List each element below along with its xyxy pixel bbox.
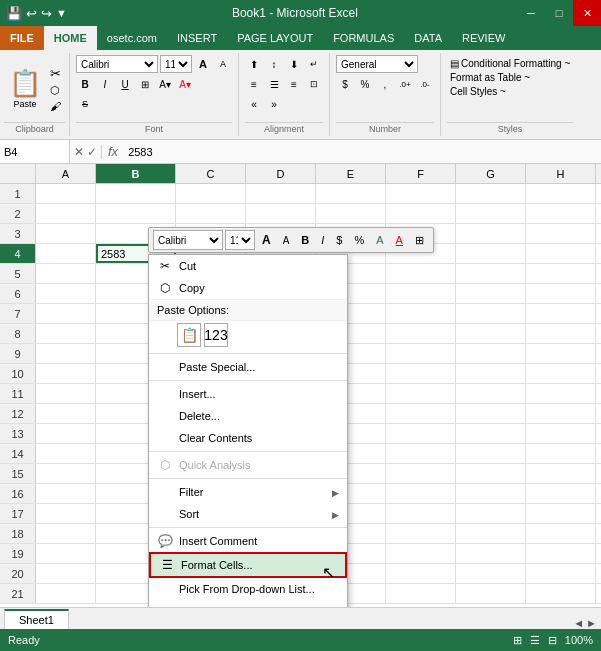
decrease-font-size[interactable]: A	[214, 55, 232, 73]
row-num-20[interactable]: 20	[0, 564, 36, 583]
font-size-select[interactable]: 11	[160, 55, 192, 73]
cell-f13[interactable]	[386, 424, 456, 443]
ctx-paste-special[interactable]: Paste Special...	[149, 356, 347, 378]
increase-decimal[interactable]: .0+	[396, 75, 414, 93]
row-num-4[interactable]: 4	[0, 244, 36, 263]
tab-file[interactable]: FILE	[0, 26, 44, 50]
undo-icon[interactable]: ↩	[26, 6, 37, 21]
cell-h12[interactable]	[526, 404, 596, 423]
col-header-f[interactable]: F	[386, 164, 456, 183]
fill-color-button[interactable]: A▾	[156, 75, 174, 93]
cell-a4[interactable]	[36, 244, 96, 263]
row-num-6[interactable]: 6	[0, 284, 36, 303]
cell-a7[interactable]	[36, 304, 96, 323]
align-center[interactable]: ☰	[265, 75, 283, 93]
underline-button[interactable]: U	[116, 75, 134, 93]
cell-h13[interactable]	[526, 424, 596, 443]
cell-f20[interactable]	[386, 564, 456, 583]
cell-d2[interactable]	[246, 204, 316, 223]
cell-styles-button[interactable]: Cell Styles ~	[447, 85, 573, 98]
ctx-clear-contents[interactable]: Clear Contents	[149, 427, 347, 449]
tab-data[interactable]: DATA	[404, 26, 452, 50]
view-page-layout-icon[interactable]: ☰	[530, 634, 540, 647]
cell-h16[interactable]	[526, 484, 596, 503]
col-header-d[interactable]: D	[246, 164, 316, 183]
row-num-2[interactable]: 2	[0, 204, 36, 223]
italic-button[interactable]: I	[96, 75, 114, 93]
tab-insert[interactable]: INSERT	[167, 26, 227, 50]
align-left[interactable]: ≡	[245, 75, 263, 93]
align-middle[interactable]: ↕	[265, 55, 283, 73]
cell-i11[interactable]	[596, 384, 601, 403]
mini-currency[interactable]: $	[331, 230, 347, 250]
cell-g14[interactable]	[456, 444, 526, 463]
cell-a17[interactable]	[36, 504, 96, 523]
cell-g5[interactable]	[456, 264, 526, 283]
cell-g7[interactable]	[456, 304, 526, 323]
cell-a14[interactable]	[36, 444, 96, 463]
ctx-copy[interactable]: ⬡ Copy	[149, 277, 347, 299]
cell-h3[interactable]	[526, 224, 596, 243]
row-num-21[interactable]: 21	[0, 584, 36, 603]
cell-i18[interactable]	[596, 524, 601, 543]
cell-g21[interactable]	[456, 584, 526, 603]
cell-c2[interactable]	[176, 204, 246, 223]
close-btn[interactable]: ✕	[573, 0, 601, 26]
border-button[interactable]: ⊞	[136, 75, 154, 93]
cell-a21[interactable]	[36, 584, 96, 603]
redo-icon[interactable]: ↪	[41, 6, 52, 21]
font-name-select[interactable]: Calibri	[76, 55, 158, 73]
cell-h10[interactable]	[526, 364, 596, 383]
cell-f17[interactable]	[386, 504, 456, 523]
cell-f19[interactable]	[386, 544, 456, 563]
cell-a20[interactable]	[36, 564, 96, 583]
minimize-btn[interactable]: ─	[517, 0, 545, 26]
align-bottom[interactable]: ⬇	[285, 55, 303, 73]
cell-i16[interactable]	[596, 484, 601, 503]
row-num-9[interactable]: 9	[0, 344, 36, 363]
cell-i10[interactable]	[596, 364, 601, 383]
cell-h9[interactable]	[526, 344, 596, 363]
cell-h20[interactable]	[526, 564, 596, 583]
row-num-19[interactable]: 19	[0, 544, 36, 563]
cell-a10[interactable]	[36, 364, 96, 383]
strikethrough-button[interactable]: S	[76, 95, 94, 113]
cell-h1[interactable]	[526, 184, 596, 203]
cell-g15[interactable]	[456, 464, 526, 483]
cell-f11[interactable]	[386, 384, 456, 403]
cell-a2[interactable]	[36, 204, 96, 223]
mini-percent[interactable]: %	[349, 230, 369, 250]
cell-a16[interactable]	[36, 484, 96, 503]
cell-e1[interactable]	[316, 184, 386, 203]
number-format-select[interactable]: General	[336, 55, 418, 73]
cell-a8[interactable]	[36, 324, 96, 343]
indent-more[interactable]: »	[265, 95, 283, 113]
col-header-e[interactable]: E	[316, 164, 386, 183]
view-page-break-icon[interactable]: ⊟	[548, 634, 557, 647]
col-header-i[interactable]: I	[596, 164, 601, 183]
cell-f16[interactable]	[386, 484, 456, 503]
mini-font-color[interactable]: A	[391, 230, 408, 250]
cell-i9[interactable]	[596, 344, 601, 363]
save-icon[interactable]: 💾	[6, 6, 22, 21]
cell-b1[interactable]	[96, 184, 176, 203]
formula-confirm-btn[interactable]: ✓	[87, 145, 97, 159]
col-header-c[interactable]: C	[176, 164, 246, 183]
row-num-5[interactable]: 5	[0, 264, 36, 283]
align-right[interactable]: ≡	[285, 75, 303, 93]
cell-e2[interactable]	[316, 204, 386, 223]
cell-i4[interactable]	[596, 244, 601, 263]
row-num-17[interactable]: 17	[0, 504, 36, 523]
cell-g18[interactable]	[456, 524, 526, 543]
conditional-formatting-button[interactable]: ▤ Conditional Formatting ~	[447, 57, 573, 70]
cell-h14[interactable]	[526, 444, 596, 463]
format-as-table-button[interactable]: Format as Table ~	[447, 71, 573, 84]
cell-i21[interactable]	[596, 584, 601, 603]
cell-i15[interactable]	[596, 464, 601, 483]
cell-a18[interactable]	[36, 524, 96, 543]
mini-border[interactable]: ⊞	[410, 230, 429, 250]
cell-f21[interactable]	[386, 584, 456, 603]
copy-button[interactable]: ⬡	[48, 83, 63, 98]
cell-g4[interactable]	[456, 244, 526, 263]
mini-increase-font[interactable]: A	[257, 230, 276, 250]
